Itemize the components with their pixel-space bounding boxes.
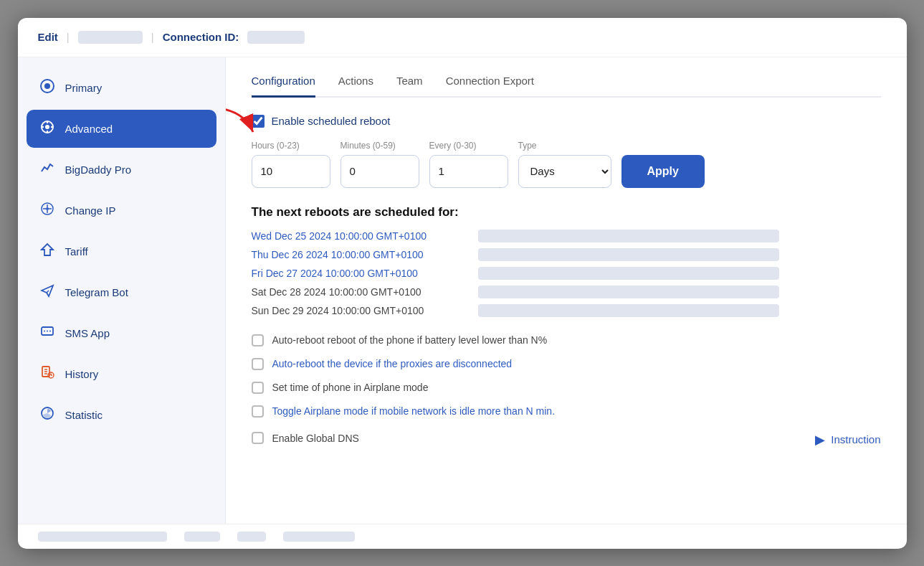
hours-input[interactable] (252, 155, 330, 188)
svg-point-15 (49, 330, 51, 331)
sidebar-item-telegram[interactable]: Telegram Bot (27, 273, 216, 311)
every-field-group: Every (0-30) (429, 141, 508, 188)
top-bar-separator: | (67, 31, 70, 43)
schedule-blur-5 (478, 304, 779, 317)
tab-connection-export[interactable]: Connection Export (446, 75, 534, 98)
schedule-date-5: Sun Dec 29 2024 10:00:00 GMT+0100 (252, 305, 467, 316)
sidebar-label-statistic: Statistic (65, 409, 103, 421)
svg-point-9 (46, 207, 49, 210)
bottom-col3 (237, 532, 266, 542)
svg-point-13 (44, 330, 45, 331)
statistic-icon (39, 406, 55, 424)
battery-reboot-checkbox[interactable] (252, 334, 264, 346)
option-row-proxy: Auto-reboot the device if the proxies ar… (252, 358, 881, 370)
telegram-icon (39, 283, 55, 301)
option-row-airplane-time: Set time of phone in Airplane mode (252, 382, 881, 394)
edit-label: Edit (38, 31, 58, 43)
schedule-blur-3 (478, 267, 779, 280)
connection-id-blur (247, 31, 305, 44)
bottom-col4 (283, 532, 355, 542)
sidebar-item-sms[interactable]: SMS App (27, 314, 216, 352)
sidebar-label-advanced: Advanced (65, 123, 113, 135)
global-dns-label: Enable Global DNS (272, 433, 359, 444)
apply-button[interactable]: Apply (621, 155, 705, 188)
connection-id-label: Connection ID: (163, 31, 239, 43)
airplane-time-checkbox[interactable] (252, 382, 264, 394)
type-label: Type (518, 141, 611, 151)
main-window: Edit | | Connection ID: Primary Advanced (18, 18, 907, 549)
option-row-battery: Auto-reboot reboot of the phone if batte… (252, 334, 881, 346)
bottom-col1 (38, 532, 167, 542)
sidebar-label-primary: Primary (65, 82, 103, 94)
sidebar-item-history[interactable]: History (27, 355, 216, 393)
instruction-label[interactable]: Instruction (831, 433, 880, 445)
option-row-airplane-toggle: Toggle Airplane mode if mobile network i… (252, 405, 881, 418)
proxy-reboot-label: Auto-reboot the device if the proxies ar… (272, 358, 513, 369)
connection-name-blur (78, 31, 143, 44)
battery-reboot-label: Auto-reboot reboot of the phone if batte… (272, 334, 548, 346)
sidebar-item-statistic[interactable]: Statistic (27, 396, 216, 434)
sidebar-item-tariff[interactable]: Tariff (27, 232, 216, 270)
proxy-reboot-checkbox[interactable] (252, 358, 264, 370)
airplane-time-label: Set time of phone in Airplane mode (272, 382, 429, 393)
sidebar-item-primary[interactable]: Primary (27, 69, 216, 107)
sidebar-item-change-ip[interactable]: Change IP (27, 192, 216, 230)
sidebar-item-bigdaddy[interactable]: BigDaddy Pro (27, 151, 216, 189)
schedule-row-2: Thu Dec 26 2024 10:00:00 GMT+0100 (252, 248, 881, 261)
schedule-date-2: Thu Dec 26 2024 10:00:00 GMT+0100 (252, 249, 467, 260)
history-icon (39, 365, 55, 383)
airplane-toggle-checkbox[interactable] (252, 405, 264, 418)
fields-row: Hours (0-23) Minutes (0-59) Every (0-30)… (252, 141, 881, 188)
schedule-blur-4 (478, 286, 779, 298)
primary-icon (39, 79, 55, 97)
svg-point-14 (47, 330, 48, 331)
sidebar-label-change-ip: Change IP (65, 204, 116, 217)
minutes-label: Minutes (0-59) (340, 141, 419, 151)
tab-actions[interactable]: Actions (338, 75, 373, 98)
schedule-date-1: Wed Dec 25 2024 10:00:00 GMT+0100 (252, 230, 467, 242)
tariff-icon (39, 242, 55, 260)
svg-point-3 (45, 125, 49, 129)
minutes-field-group: Minutes (0-59) (340, 141, 419, 188)
hours-label: Hours (0-23) (252, 141, 330, 151)
sidebar: Primary Advanced BigDaddy Pro Change IP (18, 57, 226, 524)
minutes-input[interactable] (340, 155, 419, 188)
every-input[interactable] (429, 155, 508, 188)
enable-reboot-checkbox[interactable] (252, 115, 265, 128)
svg-marker-10 (42, 244, 53, 255)
type-select[interactable]: Days Hours (518, 155, 611, 188)
enable-reboot-label: Enable scheduled reboot (272, 115, 391, 127)
sidebar-label-tariff: Tariff (65, 245, 88, 258)
bigdaddy-icon (39, 161, 55, 179)
bottom-col2 (184, 532, 220, 542)
tabs: Configuration Actions Team Connection Ex… (252, 75, 881, 98)
sms-icon (39, 324, 55, 342)
option-row-global-dns: Enable Global DNS ▶ Instruction (252, 429, 881, 448)
svg-point-1 (44, 83, 50, 89)
schedule-row-4: Sat Dec 28 2024 10:00:00 GMT+0100 (252, 286, 881, 298)
schedule-row-5: Sun Dec 29 2024 10:00:00 GMT+0100 (252, 304, 881, 317)
schedule-list: Wed Dec 25 2024 10:00:00 GMT+0100 Thu De… (252, 230, 881, 317)
type-field-group: Type Days Hours (518, 141, 611, 188)
play-icon: ▶ (815, 432, 825, 448)
sidebar-label-bigdaddy: BigDaddy Pro (65, 164, 132, 176)
schedule-date-4: Sat Dec 28 2024 10:00:00 GMT+0100 (252, 286, 467, 298)
sidebar-label-telegram: Telegram Bot (65, 286, 128, 298)
tab-configuration[interactable]: Configuration (252, 75, 315, 98)
schedule-row-1: Wed Dec 25 2024 10:00:00 GMT+0100 (252, 230, 881, 242)
instruction-row: ▶ Instruction (815, 432, 880, 448)
hours-field-group: Hours (0-23) (252, 141, 330, 188)
enable-reboot-row: Enable scheduled reboot (252, 115, 881, 128)
schedule-blur-1 (478, 230, 779, 242)
schedule-date-3: Fri Dec 27 2024 10:00:00 GMT+0100 (252, 268, 467, 279)
svg-line-11 (47, 291, 49, 293)
schedule-title: The next reboots are scheduled for: (252, 205, 881, 220)
schedule-row-3: Fri Dec 27 2024 10:00:00 GMT+0100 (252, 267, 881, 280)
global-dns-checkbox[interactable] (252, 432, 264, 444)
airplane-toggle-label: Toggle Airplane mode if mobile network i… (272, 405, 556, 417)
sidebar-item-advanced[interactable]: Advanced (27, 110, 216, 148)
top-bar-separator2: | (151, 31, 154, 43)
schedule-blur-2 (478, 248, 779, 261)
tab-team[interactable]: Team (396, 75, 423, 98)
main-content: Primary Advanced BigDaddy Pro Change IP (18, 57, 907, 524)
